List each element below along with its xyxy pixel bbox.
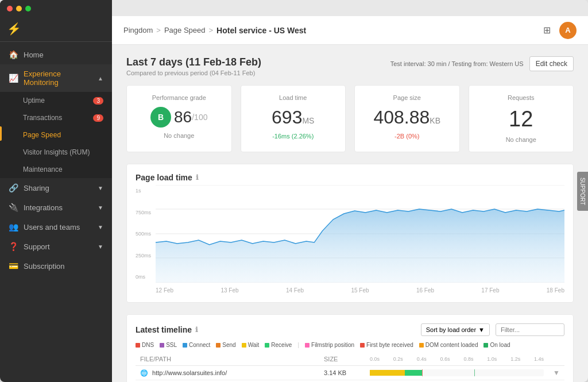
- timeline-legend: DNS SSL Connect Send: [136, 342, 564, 348]
- sidebar-item-maintenance[interactable]: Maintenance: [0, 161, 112, 178]
- sidebar-item-integrations[interactable]: 🔌 Integrations ▼: [0, 198, 112, 217]
- user-avatar[interactable]: A: [559, 22, 577, 39]
- legend-firstbyte: First byte received: [360, 342, 413, 348]
- timeline-info-icon: ℹ: [195, 326, 198, 334]
- sidebar-item-sharing[interactable]: 🔗 Sharing ▼: [0, 178, 112, 198]
- legend-filmstrip: Filmstrip position: [305, 342, 354, 348]
- period-subtitle: Compared to previous period (04 Feb-11 F…: [126, 70, 261, 76]
- main-content: Last 7 days (11 Feb-18 Feb) Compared to …: [112, 45, 588, 382]
- grade-badge: B: [150, 107, 171, 128]
- sidebar-item-visitor[interactable]: Visitor Insights (RUM): [0, 144, 112, 161]
- uptime-badge: 3: [93, 97, 103, 105]
- maximize-button[interactable]: [25, 6, 31, 11]
- x-label-12: 12 Feb: [156, 287, 173, 294]
- chevron-down-icon: ▼: [98, 185, 103, 191]
- sidebar-item-transactions[interactable]: Transactions 9: [0, 109, 112, 126]
- breadcrumb-pingdom[interactable]: Pingdom: [123, 26, 153, 34]
- breadcrumb-pagespeed[interactable]: Page Speed: [164, 26, 206, 34]
- timeline-table: FILE/PATH SIZE 0.0s 0.2s 0.4s 0.6s 0.8s …: [136, 353, 564, 382]
- sidebar-item-support[interactable]: ❓ Support ▼: [0, 237, 112, 256]
- timeline-title: Latest timeline ℹ: [136, 325, 198, 334]
- loadtime-value: 693MS: [250, 107, 337, 128]
- x-label-15: 15 Feb: [351, 287, 369, 294]
- home-icon: 🏠: [9, 50, 18, 59]
- receive-color: [265, 343, 269, 348]
- file-path-1: 🌐 http://www.solarsuites.info/: [136, 366, 319, 380]
- onload-line-1: [474, 369, 475, 376]
- grade-number: 86: [174, 108, 192, 126]
- x-label-16: 16 Feb: [416, 287, 434, 294]
- chart-area: [156, 185, 564, 284]
- pagesize-value: 408.88KB: [363, 107, 451, 128]
- col-size: SIZE: [319, 353, 365, 366]
- edit-check-button[interactable]: Edit check: [529, 56, 574, 71]
- legend-dom: DOM content loaded: [419, 342, 478, 348]
- metric-card-pagesize: Page size 408.88KB -2B (0%): [354, 85, 460, 152]
- legend-connect-label: Connect: [189, 342, 210, 348]
- firstbyte-color: [360, 343, 365, 348]
- expand-1[interactable]: ▼: [548, 366, 564, 380]
- col-filepath: FILE/PATH: [136, 353, 319, 366]
- sidebar-item-pagespeed[interactable]: Page Speed: [0, 126, 112, 144]
- period-title: Last 7 days (11 Feb-18 Feb): [126, 56, 261, 68]
- firstbyte-line-1: [422, 369, 423, 376]
- test-interval: Test interval: 30 min / Testing from: We…: [390, 60, 524, 67]
- close-button[interactable]: [7, 6, 13, 11]
- users-icon: 👥: [9, 222, 18, 231]
- sidebar-item-experience[interactable]: 📈 Experience Monitoring ▲: [0, 64, 112, 92]
- dns-color: [136, 343, 140, 348]
- file-bars-1: [365, 366, 548, 380]
- performance-change: No change: [136, 132, 223, 139]
- sidebar-item-maintenance-label: Maintenance: [23, 165, 63, 173]
- sort-button[interactable]: Sort by load order ▼: [421, 323, 490, 336]
- x-label-17: 17 Feb: [481, 287, 499, 294]
- sidebar-item-home[interactable]: 🏠 Home: [0, 45, 112, 64]
- loadtime-number: 693: [272, 107, 302, 128]
- send-color: [216, 343, 220, 348]
- sidebar-item-subscription[interactable]: 💳 Subscription: [0, 256, 112, 276]
- sidebar-item-sharing-label: Sharing: [24, 184, 49, 192]
- sidebar-item-home-label: Home: [24, 51, 44, 59]
- experience-icon: 📈: [9, 74, 18, 83]
- main-body: Pingdom > Page Speed > Hotel service - U…: [112, 0, 588, 382]
- performance-title: Performance grade: [136, 94, 223, 101]
- scale-5: 1.0s: [487, 356, 497, 362]
- sidebar-item-users[interactable]: 👥 Users and teams ▼: [0, 217, 112, 237]
- filter-input[interactable]: [496, 323, 564, 336]
- breadcrumb-current: Hotel service - US West: [216, 26, 306, 35]
- support-tab[interactable]: SUPPORT: [577, 171, 588, 210]
- table-row: 🌐 http://www.solarsuites.info/ 3.14 KB: [136, 366, 564, 380]
- active-indicator: [0, 126, 2, 141]
- grid-icon[interactable]: ⊞: [543, 25, 551, 36]
- topbar: Pingdom > Page Speed > Hotel service - U…: [112, 16, 588, 45]
- legend-wait-label: Wait: [248, 342, 260, 348]
- window-titlebar: [112, 0, 588, 16]
- file-bars-2: [365, 380, 548, 383]
- table-row: 📄 pa-5b97ffa8cea07b00160000d2.js 3.27 KB: [136, 380, 564, 383]
- sidebar-item-subscription-label: Subscription: [24, 262, 65, 271]
- loadtime-change: -16ms (2.26%): [250, 133, 337, 140]
- table-header-row: FILE/PATH SIZE 0.0s 0.2s 0.4s 0.6s 0.8s …: [136, 353, 564, 366]
- chart-svg: [156, 185, 564, 283]
- sidebar-menu: 🏠 Home 📈 Experience Monitoring ▲ Uptime …: [0, 42, 112, 382]
- legend-filmstrip-label: Filmstrip position: [311, 342, 354, 348]
- metric-card-performance: Performance grade B 86 /100 No change: [126, 85, 232, 152]
- col-expand: [548, 353, 564, 366]
- minimize-button[interactable]: [16, 6, 22, 11]
- expand-icon-1[interactable]: ▼: [553, 369, 560, 377]
- breadcrumb-sep1: >: [156, 26, 161, 34]
- y-label-500: 500ms: [136, 231, 156, 237]
- sort-label: Sort by load order: [426, 326, 476, 333]
- file-size-1: 3.14 KB: [319, 366, 365, 380]
- scale-3: 0.6s: [440, 356, 450, 362]
- timeline-section: Latest timeline ℹ Sort by load order ▼: [126, 314, 574, 382]
- timeline-header: Latest timeline ℹ Sort by load order ▼: [136, 323, 564, 336]
- period-header: Last 7 days (11 Feb-18 Feb) Compared to …: [126, 56, 574, 76]
- transactions-badge: 9: [93, 114, 103, 122]
- sidebar-item-uptime[interactable]: Uptime 3: [0, 92, 112, 109]
- metric-card-requests: Requests 12 No change: [469, 85, 574, 152]
- scale-2: 0.4s: [417, 356, 427, 362]
- expand-2[interactable]: ▼: [548, 380, 564, 383]
- y-label-1s: 1s: [136, 188, 156, 194]
- experience-submenu: Uptime 3 Transactions 9 Page Speed Visit…: [0, 92, 112, 178]
